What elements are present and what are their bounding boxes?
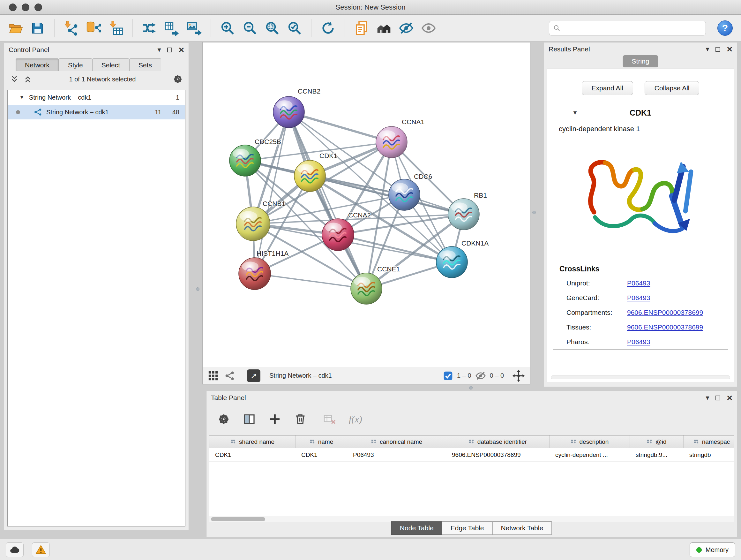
window-zoom-button[interactable] bbox=[35, 3, 42, 11]
crosslink-link[interactable]: P06493 bbox=[627, 338, 650, 346]
zoom-out-icon[interactable] bbox=[241, 19, 259, 37]
memory-button[interactable]: Memory bbox=[690, 543, 735, 557]
collapse-all-button[interactable]: Collapse All bbox=[645, 81, 699, 95]
cloud-status-icon[interactable] bbox=[6, 543, 23, 557]
network-edge[interactable] bbox=[289, 112, 366, 289]
table-horizontal-scrollbar[interactable] bbox=[209, 516, 734, 522]
column-header-database-identifier[interactable]: database identifier bbox=[446, 435, 549, 448]
scrollbar-thumb[interactable] bbox=[211, 517, 265, 521]
panel-close-icon[interactable]: × bbox=[727, 44, 732, 54]
column-header-namespace[interactable]: namespac bbox=[684, 435, 734, 448]
column-header-canonical-name[interactable]: canonical name bbox=[347, 435, 446, 448]
section-caret-icon[interactable]: ▼ bbox=[572, 110, 578, 116]
save-session-icon[interactable] bbox=[29, 19, 47, 37]
results-panel-title: Results Panel bbox=[549, 45, 590, 53]
tab-node-table[interactable]: Node Table bbox=[391, 521, 442, 535]
tab-edge-table[interactable]: Edge Table bbox=[442, 521, 493, 535]
crosslink-link[interactable]: 9606.ENSP00000378699 bbox=[627, 309, 703, 316]
open-in-new-window-icon[interactable]: ↗ bbox=[247, 369, 260, 382]
export-image-icon[interactable] bbox=[185, 19, 203, 37]
zoom-selected-icon[interactable] bbox=[286, 19, 304, 37]
duplicate-document-icon[interactable] bbox=[353, 19, 370, 37]
fit-content-crosshair-icon[interactable] bbox=[512, 369, 525, 382]
table-row[interactable]: CDK1 CDK1 P06493 9606.ENSP00000378699 cy… bbox=[209, 448, 734, 462]
network-canvas[interactable]: CCNB2CCNA1CDC25BCDK1CDC6RB1CCNB1CCNA2CDK… bbox=[203, 43, 530, 367]
delete-column-trash-icon[interactable] bbox=[294, 413, 307, 426]
panel-close-icon[interactable]: × bbox=[179, 45, 184, 55]
results-horizontal-scrollbar[interactable] bbox=[551, 375, 730, 379]
open-session-icon[interactable] bbox=[6, 19, 24, 37]
gear-icon[interactable] bbox=[173, 74, 183, 84]
import-table-icon[interactable] bbox=[107, 19, 125, 37]
network-edge[interactable] bbox=[255, 273, 366, 289]
panel-menu-icon[interactable]: ▾ bbox=[705, 394, 709, 401]
show-columns-icon[interactable] bbox=[243, 413, 256, 426]
tab-sets[interactable]: Sets bbox=[129, 58, 161, 71]
birds-eye-grid-icon[interactable] bbox=[208, 370, 219, 381]
home-views-icon[interactable] bbox=[375, 19, 393, 37]
network-row-selected[interactable]: String Network – cdk1 11 48 bbox=[8, 105, 185, 119]
warning-icon[interactable] bbox=[32, 543, 50, 557]
zoom-in-icon[interactable] bbox=[219, 19, 237, 37]
vertical-splitter-handle[interactable] bbox=[196, 287, 199, 291]
network-edge[interactable] bbox=[289, 112, 392, 142]
network-node-cdk1[interactable]: CDK1 bbox=[294, 152, 337, 192]
network-selection-bar: 1 of 1 Network selected bbox=[4, 71, 189, 87]
panel-float-icon[interactable] bbox=[167, 48, 172, 52]
collapse-all-icon[interactable] bbox=[10, 75, 19, 84]
tab-select[interactable]: Select bbox=[92, 58, 129, 71]
window-minimize-button[interactable] bbox=[22, 3, 29, 11]
show-panel-eye-icon[interactable] bbox=[420, 19, 437, 37]
crosslink-link[interactable]: P06493 bbox=[627, 279, 650, 287]
network-node-rb1[interactable]: RB1 bbox=[448, 192, 487, 230]
tab-style[interactable]: Style bbox=[59, 58, 92, 71]
panel-menu-icon[interactable]: ▾ bbox=[157, 46, 161, 53]
zoom-fit-icon[interactable] bbox=[263, 19, 281, 37]
network-node-hist1h1a[interactable]: HIST1H1A bbox=[239, 250, 288, 290]
column-header-shared-name[interactable]: shared name bbox=[209, 435, 295, 448]
node-label-hist1h1a: HIST1H1A bbox=[257, 250, 288, 257]
network-collection-row[interactable]: ▼ String Network – cdk1 1 bbox=[8, 90, 185, 105]
table-settings-gear-icon[interactable] bbox=[217, 413, 230, 426]
hidden-eye-icon[interactable] bbox=[475, 370, 486, 381]
panel-menu-icon[interactable]: ▾ bbox=[705, 46, 709, 53]
network-node-ccnb1[interactable]: CCNB1 bbox=[236, 200, 285, 241]
toolbar-separator bbox=[211, 19, 211, 37]
add-column-icon[interactable] bbox=[268, 413, 281, 426]
hide-unhide-icon[interactable] bbox=[397, 19, 415, 37]
tree-caret-icon[interactable]: ▼ bbox=[19, 94, 24, 101]
network-merge-icon[interactable] bbox=[140, 19, 158, 37]
view-share-icon[interactable] bbox=[224, 370, 235, 381]
export-table-icon[interactable] bbox=[163, 19, 181, 37]
window-close-button[interactable] bbox=[9, 3, 17, 11]
string-tab-badge[interactable]: String bbox=[623, 55, 658, 67]
expand-all-button[interactable]: Expand All bbox=[582, 81, 633, 95]
crosslink-link[interactable]: 9606.ENSP00000378699 bbox=[627, 323, 703, 331]
crosslinks-title: CrossLinks bbox=[559, 265, 728, 273]
selected-checkbox-icon[interactable] bbox=[443, 371, 453, 381]
column-header-id[interactable]: @id bbox=[630, 435, 684, 448]
tab-network-table[interactable]: Network Table bbox=[492, 521, 552, 535]
network-node-cdkn1a[interactable]: CDKN1A bbox=[436, 240, 488, 278]
network-collection-label: String Network – cdk1 bbox=[29, 94, 161, 101]
panel-float-icon[interactable] bbox=[716, 395, 720, 400]
crosslink-link[interactable]: P06493 bbox=[627, 294, 650, 302]
toolbar-search-box[interactable] bbox=[549, 21, 706, 36]
column-header-name[interactable]: name bbox=[295, 435, 347, 448]
import-network-database-icon[interactable] bbox=[84, 19, 103, 37]
help-icon[interactable]: ? bbox=[718, 20, 733, 36]
search-input[interactable] bbox=[564, 24, 702, 32]
crosslink-row: GeneCard: P06493 bbox=[553, 291, 728, 305]
tab-network[interactable]: Network bbox=[16, 58, 59, 71]
protein-section-header[interactable]: ▼ CDK1 bbox=[553, 105, 728, 121]
panel-float-icon[interactable] bbox=[716, 47, 720, 52]
vertical-splitter-handle[interactable] bbox=[532, 211, 536, 214]
column-header-description[interactable]: description bbox=[549, 435, 630, 448]
import-network-file-icon[interactable] bbox=[62, 19, 80, 37]
expand-all-icon[interactable] bbox=[23, 75, 32, 84]
refresh-icon[interactable] bbox=[319, 19, 337, 37]
panel-close-icon[interactable]: × bbox=[727, 393, 732, 402]
network-node-ccna1[interactable]: CCNA1 bbox=[376, 118, 424, 158]
network-node-ccnb2[interactable]: CCNB2 bbox=[273, 87, 320, 128]
horizontal-splitter-handle[interactable] bbox=[469, 386, 473, 389]
